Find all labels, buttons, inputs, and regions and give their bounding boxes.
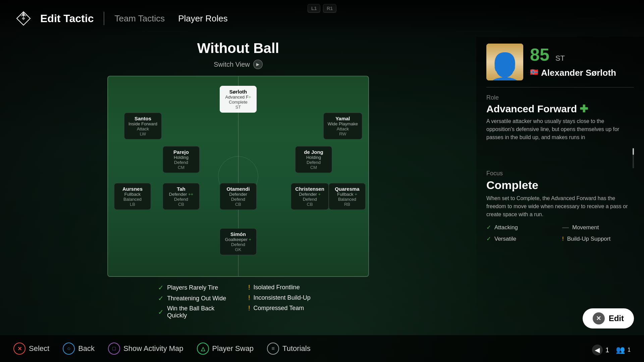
player-card-yamal[interactable]: Yamal Wide Playmake Attack RW <box>323 113 362 139</box>
player-role: Fullback + <box>333 192 361 197</box>
warn-icon: ! <box>248 294 250 302</box>
o-button: ○ <box>63 343 75 355</box>
player-card-parejo[interactable]: Parejo Holding Defend CM <box>163 146 200 173</box>
main-content: Without Ball Switch View ▶ Sørloth Advan… <box>0 37 644 335</box>
player-info-details: 85 ST 🇳🇴 Alexander Sørloth <box>530 46 634 78</box>
player-role: Defender <box>224 192 252 197</box>
left-panel: Without Ball Switch View ▶ Sørloth Advan… <box>0 37 476 335</box>
player-behavior: Defend <box>224 242 252 247</box>
player-card-christensen[interactable]: Christensen Defender + Defend CB <box>291 183 329 210</box>
back-label: Back <box>78 344 95 353</box>
player-avatar: 👤 <box>486 44 523 80</box>
trait-versatile: ✓ Versatile <box>486 235 558 242</box>
player-pos: RB <box>333 202 361 207</box>
player-name: Aursnes <box>118 186 147 192</box>
player-card-otamendi[interactable]: Otamendi Defender Defend CB <box>220 183 257 210</box>
player-name: Parejo <box>167 149 195 155</box>
people-icon: 👥 <box>616 346 625 354</box>
player-name: Tah <box>167 186 195 192</box>
bottom-item-player-swap[interactable]: △ Player Swap <box>197 343 254 355</box>
bottom-item-select[interactable]: ✕ Select <box>13 343 49 355</box>
trait-attacking: ✓ Attacking <box>486 224 558 231</box>
player-behavior: Attack <box>328 126 358 131</box>
player-card-tah[interactable]: Tah Defender ++ Defend CB <box>163 183 200 210</box>
check-icon: ✓ <box>158 294 164 302</box>
analysis-item: ! Isolated Frontline <box>248 284 318 291</box>
player-info-card: 👤 85 ST 🇳🇴 Alexander Sørloth <box>486 44 634 87</box>
sq-button: □ <box>108 343 120 355</box>
trait-label: Attacking <box>494 224 518 231</box>
tri-button: △ <box>197 343 209 355</box>
player-name: Christensen <box>295 186 324 192</box>
analysis-text: Isolated Frontline <box>254 284 300 291</box>
analysis-text: Compressed Team <box>254 305 304 312</box>
nav-left-arrow[interactable]: ◀ <box>592 345 603 355</box>
edit-btn-container: ✕ Edit <box>486 308 634 328</box>
player-name: Santos <box>128 116 157 121</box>
player-pos: CB <box>224 202 252 207</box>
player-card-quaresma[interactable]: Quaresma Fullback + Balanced RB <box>329 183 366 210</box>
player-card-dejong[interactable]: de Jong Holding Defend CM <box>295 146 332 173</box>
analysis-item: ! Compressed Team <box>248 304 318 312</box>
player-name: Quaresma <box>333 186 361 192</box>
check-icon: ✓ <box>158 284 164 292</box>
bottom-item-back[interactable]: ○ Back <box>63 343 95 355</box>
switch-view-button[interactable]: ▶ <box>253 60 263 69</box>
player-role: Defender ++ <box>167 192 195 197</box>
switch-icon: ▶ <box>256 62 259 67</box>
menu-button: ≡ <box>267 343 279 355</box>
player-position-badge: ST <box>555 54 565 63</box>
player-behavior: Attack <box>128 126 157 131</box>
scroll-indicator <box>633 148 634 168</box>
nav-team-tactics[interactable]: Team Tactics <box>114 13 165 24</box>
player-card-sorloth[interactable]: Sørloth Advanced F+ Complete ST <box>220 86 257 113</box>
page-nav[interactable]: ◀ 1 <box>592 345 609 355</box>
warn-icon: ! <box>248 304 250 312</box>
player-role: Wide Playmake <box>328 121 358 126</box>
player-card-simon[interactable]: Simón Goalkeeper + Defend GK <box>220 228 257 255</box>
focus-section: Focus Complete When set to Complete, the… <box>486 170 634 219</box>
role-name: Advanced Forward ✚ <box>486 103 634 115</box>
analysis-item: ! Inconsistent Build-Up <box>248 294 318 302</box>
switch-view[interactable]: Switch View ▶ <box>214 60 262 69</box>
player-behavior: Defend <box>224 197 252 202</box>
player-name: Sørloth <box>224 89 252 95</box>
bottom-bar: ✕ Select ○ Back □ Show Activity Map △ Pl… <box>0 335 644 362</box>
analysis-text: Threatening Out Wide <box>167 295 226 302</box>
header-divider <box>104 12 104 25</box>
player-role: Fullback <box>118 192 147 197</box>
player-behavior: Complete <box>224 100 252 105</box>
player-pos: LB <box>118 202 147 207</box>
check-icon: ✓ <box>486 235 491 242</box>
analysis-item: ✓ Win the Ball Back Quickly <box>158 305 228 319</box>
bottom-item-tutorials[interactable]: ≡ Tutorials <box>267 343 311 355</box>
player-name: de Jong <box>300 149 328 155</box>
edit-btn-x-icon: ✕ <box>593 312 605 324</box>
edit-button[interactable]: ✕ Edit <box>583 308 634 328</box>
player-card-aursnes[interactable]: Aursnes Fullback Balanced LB <box>114 183 151 210</box>
role-label: Role <box>486 94 634 101</box>
activity-map-label: Show Activity Map <box>123 344 183 353</box>
player-behavior: Defend <box>295 197 324 202</box>
player-pos: CB <box>167 202 195 207</box>
analysis-negatives: ! Isolated Frontline ! Inconsistent Buil… <box>248 284 318 322</box>
logo <box>13 8 34 28</box>
dash-icon: — <box>562 224 569 231</box>
role-description: A versatile attacker who usually stays c… <box>486 117 634 141</box>
player-flag: 🇳🇴 <box>530 68 538 76</box>
x-button: ✕ <box>13 343 25 355</box>
player-role: Goalkeeper + <box>224 237 252 242</box>
trait-label: Versatile <box>494 236 516 242</box>
scroll-thumb <box>633 148 634 155</box>
player-pos: ST <box>224 105 252 110</box>
bottom-item-activity-map[interactable]: □ Show Activity Map <box>108 343 183 355</box>
switch-view-label: Switch View <box>214 61 250 68</box>
player-card-santos[interactable]: Santos Inside Forward Attack LW <box>124 113 162 139</box>
warn-icon: ! <box>562 236 564 242</box>
analysis-text: Win the Ball Back Quickly <box>167 305 228 319</box>
player-behavior: Defend <box>300 160 328 165</box>
player-pos: RW <box>328 131 358 136</box>
check-icon: ✓ <box>486 224 491 231</box>
nav-player-roles[interactable]: Player Roles <box>178 13 227 24</box>
header: Edit Tactic Team Tactics Player Roles <box>0 0 644 37</box>
